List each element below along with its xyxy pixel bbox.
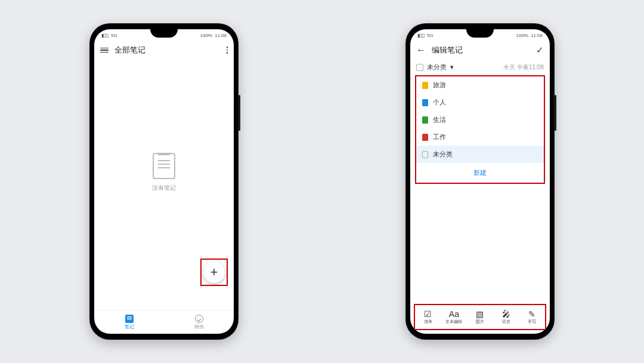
bottom-nav: 笔记 待办 bbox=[94, 310, 234, 334]
tool-label: 手写 bbox=[528, 319, 536, 325]
overflow-icon[interactable] bbox=[227, 47, 228, 54]
image-icon: ▧ bbox=[476, 310, 484, 318]
tool-checklist[interactable]: ☑ 清单 bbox=[415, 306, 441, 328]
category-label: 个人 bbox=[433, 98, 446, 107]
back-icon[interactable]: ← bbox=[416, 45, 426, 55]
app-bar: ← 编辑笔记 ✓ bbox=[410, 40, 550, 60]
empty-state: 没有笔记 bbox=[152, 153, 176, 192]
tab-todo[interactable]: 待办 bbox=[164, 310, 234, 334]
new-category-label: 新建 bbox=[473, 168, 487, 177]
time-label: 11:08 bbox=[215, 33, 227, 38]
category-label: 生活 bbox=[433, 115, 446, 124]
new-category-button[interactable]: 新建 bbox=[416, 163, 544, 183]
todo-tab-icon bbox=[195, 315, 203, 323]
tool-handwriting[interactable]: ✎ 手写 bbox=[519, 306, 545, 328]
battery-label: 100% bbox=[200, 33, 212, 38]
category-dropdown-highlight: 旅游 个人 生活 工作 未分类 新建 bbox=[415, 75, 545, 184]
folder-outline-icon bbox=[422, 151, 428, 158]
page-title: 全部笔记 bbox=[114, 45, 145, 56]
category-label: 工作 bbox=[433, 133, 446, 141]
battery-label: 100% bbox=[516, 33, 528, 38]
folder-color-icon bbox=[422, 82, 428, 89]
confirm-icon[interactable]: ✓ bbox=[536, 45, 544, 56]
notes-tab-icon bbox=[125, 315, 134, 323]
category-option-personal[interactable]: 个人 bbox=[416, 94, 544, 111]
editor-body[interactable] bbox=[410, 184, 550, 304]
tool-label: 语音 bbox=[502, 319, 510, 325]
tools-highlight-box: ☑ 清单 Aa 文本编辑 ▧ 图片 🎤︎ 语音 ✎ 手写 bbox=[414, 304, 546, 330]
phone-left: ▮▯▯5G 100%11:08 全部笔记 没有笔记 + 笔记 bbox=[89, 23, 239, 340]
menu-icon[interactable] bbox=[100, 48, 109, 53]
content-area: 没有笔记 + bbox=[94, 60, 234, 310]
signal-icon: ▮▯▯ bbox=[417, 33, 425, 38]
app-bar: 全部笔记 bbox=[94, 40, 234, 60]
folder-color-icon bbox=[422, 116, 428, 124]
add-note-button[interactable]: + bbox=[203, 262, 225, 283]
phone-right: ▮▯▯5G 100%11:08 ← 编辑笔记 ✓ 未分类 ▾ 今天 半夜11:0… bbox=[405, 23, 555, 340]
folder-color-icon bbox=[422, 99, 428, 106]
timestamp-label: 今天 半夜11:08 bbox=[503, 63, 544, 72]
notes-tab-label: 笔记 bbox=[125, 324, 134, 330]
category-option-work[interactable]: 工作 bbox=[416, 128, 544, 146]
folder-icon bbox=[416, 64, 423, 71]
pen-icon: ✎ bbox=[528, 310, 535, 318]
page-title: 编辑笔记 bbox=[432, 45, 463, 56]
category-option-uncategorized[interactable]: 未分类 bbox=[416, 146, 544, 163]
todo-tab-label: 待办 bbox=[194, 324, 204, 330]
screen-left: ▮▯▯5G 100%11:08 全部笔记 没有笔记 + 笔记 bbox=[94, 29, 234, 334]
signal-icon: ▮▯▯ bbox=[101, 33, 109, 38]
notch bbox=[466, 29, 494, 38]
note-empty-icon bbox=[153, 153, 175, 179]
tool-image[interactable]: ▧ 图片 bbox=[467, 306, 493, 328]
category-option-travel[interactable]: 旅游 bbox=[416, 76, 544, 94]
category-bar: 未分类 ▾ 今天 半夜11:08 bbox=[410, 60, 550, 74]
fab-highlight-box: + bbox=[200, 259, 228, 286]
checklist-icon: ☑ bbox=[424, 310, 432, 318]
category-label: 旅游 bbox=[433, 81, 446, 90]
selected-category-label: 未分类 bbox=[427, 63, 447, 72]
folder-color-icon bbox=[422, 134, 428, 141]
text-edit-icon: Aa bbox=[449, 310, 459, 318]
category-option-life[interactable]: 生活 bbox=[416, 111, 544, 128]
empty-label: 没有笔记 bbox=[152, 184, 176, 192]
time-label: 11:08 bbox=[531, 33, 543, 38]
tool-label: 图片 bbox=[476, 319, 484, 325]
mic-icon: 🎤︎ bbox=[502, 310, 510, 318]
tool-label: 清单 bbox=[424, 319, 432, 325]
tool-voice[interactable]: 🎤︎ 语音 bbox=[493, 306, 519, 328]
notch bbox=[150, 29, 178, 38]
screen-right: ▮▯▯5G 100%11:08 ← 编辑笔记 ✓ 未分类 ▾ 今天 半夜11:0… bbox=[410, 29, 550, 334]
tool-label: 文本编辑 bbox=[445, 319, 462, 325]
category-selector[interactable]: 未分类 ▾ bbox=[416, 63, 454, 72]
editor-toolbar: ☑ 清单 Aa 文本编辑 ▧ 图片 🎤︎ 语音 ✎ 手写 bbox=[415, 306, 545, 328]
category-label: 未分类 bbox=[433, 150, 453, 159]
chevron-down-icon: ▾ bbox=[450, 63, 454, 71]
network-label: 5G bbox=[427, 33, 434, 38]
network-label: 5G bbox=[111, 33, 117, 38]
tab-notes[interactable]: 笔记 bbox=[94, 310, 164, 334]
tool-text[interactable]: Aa 文本编辑 bbox=[441, 306, 467, 328]
